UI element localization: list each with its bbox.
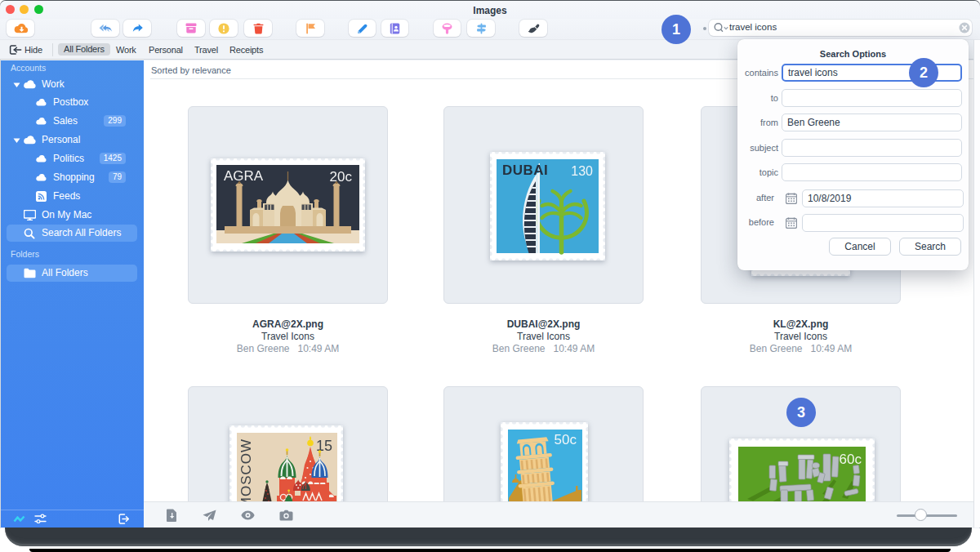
svg-text:MOSCOW: MOSCOW xyxy=(238,438,254,501)
svg-text:50c: 50c xyxy=(555,432,577,447)
svg-text:20c: 20c xyxy=(330,169,353,185)
svg-text:AGRA: AGRA xyxy=(224,168,264,184)
svg-text:DUBAI: DUBAI xyxy=(502,162,548,178)
svg-text:60c: 60c xyxy=(840,452,862,467)
svg-text:130: 130 xyxy=(571,164,593,178)
